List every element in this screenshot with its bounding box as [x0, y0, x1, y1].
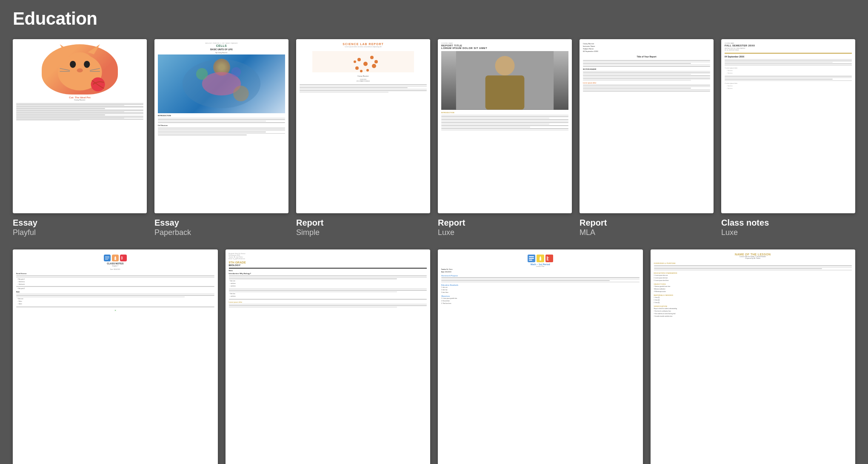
- template-thumbnail-report-luxe[interactable]: COURSE NAME REPORT TITLELOREM IPSUM DOLO…: [438, 39, 572, 213]
- svg-rect-44: [529, 260, 532, 261]
- svg-point-4: [70, 61, 76, 68]
- svg-rect-42: [529, 256, 534, 257]
- svg-point-14: [196, 68, 208, 80]
- svg-point-5: [84, 61, 90, 68]
- svg-rect-35: [114, 258, 116, 260]
- template-thumbnail-report-simple[interactable]: SCIENCE LAB REPORT Lorem ipsum dolor sit…: [296, 39, 430, 213]
- template-thumbnail-essay-paperback[interactable]: BIOLOGY PERIOD 1 / BY CASEY PARKER CELLS…: [154, 39, 288, 213]
- svg-point-23: [374, 60, 378, 63]
- svg-marker-3: [88, 44, 100, 54]
- svg-point-18: [363, 62, 368, 66]
- templates-row-1: Cat: The Ideal Pet Casey Baumer: [13, 39, 855, 238]
- svg-point-24: [360, 70, 363, 72]
- template-thumbnail-report-mla[interactable]: Casey Baumer Instructor Name Subject Nam…: [580, 39, 714, 213]
- svg-rect-36: [120, 255, 126, 261]
- template-name: Essay: [154, 218, 288, 228]
- template-name: Report: [438, 218, 572, 228]
- template-subtype: Playful: [13, 228, 147, 238]
- template-lesson-plan-playful[interactable]: Math – 1st Period Lesson Plan Teacher Ms…: [438, 249, 643, 464]
- template-class-notes-luxe[interactable]: COURSE NAME FALL SEMESTER 20XX INSTRUCTO…: [721, 39, 855, 238]
- template-subtype: Paperback: [154, 228, 288, 238]
- svg-point-21: [372, 64, 376, 68]
- template-report-simple[interactable]: SCIENCE LAB REPORT Lorem ipsum dolor sit…: [296, 39, 430, 238]
- template-thumbnail-class-notes-luxe[interactable]: COURSE NAME FALL SEMESTER 20XX INSTRUCTO…: [721, 39, 855, 213]
- svg-point-17: [357, 58, 361, 61]
- template-report-luxe[interactable]: COURSE NAME REPORT TITLELOREM IPSUM DOLO…: [438, 39, 572, 238]
- template-subtype: Simple: [296, 228, 430, 238]
- svg-point-6: [77, 69, 83, 72]
- svg-rect-48: [545, 255, 553, 262]
- template-subtype: MLA: [580, 228, 714, 238]
- svg-rect-28: [485, 75, 525, 109]
- template-lesson-plan-simple[interactable]: NAME OF THE LESSON Lesson Plan for Grade…: [651, 249, 856, 464]
- template-class-notes-playful[interactable]: Class Notes Grade 7 Date: 09/04/20XX Soc…: [13, 249, 218, 464]
- svg-point-19: [370, 56, 374, 59]
- template-name: Class notes: [721, 218, 855, 228]
- template-thumbnail-essay-playful[interactable]: Cat: The Ideal Pet Casey Baumer: [13, 39, 147, 213]
- svg-point-25: [354, 60, 356, 63]
- templates-row-2: Class Notes Grade 7 Date: 09/04/20XX Soc…: [13, 249, 855, 464]
- template-thumbnail-lesson-plan-simple[interactable]: NAME OF THE LESSON Lesson Plan for Grade…: [651, 249, 856, 464]
- template-name: Report: [296, 218, 430, 228]
- template-name: Report: [580, 218, 714, 228]
- template-report-mla[interactable]: Casey Baumer Instructor Name Subject Nam…: [580, 39, 714, 238]
- template-thumbnail-lesson-plan-playful[interactable]: Math – 1st Period Lesson Plan Teacher Ms…: [438, 249, 643, 464]
- template-thumbnail-class-notes-paperback[interactable]: Brookside School for Science Fall Semest…: [226, 249, 431, 464]
- svg-rect-43: [529, 258, 534, 259]
- page-title: Education: [13, 9, 855, 29]
- svg-point-20: [355, 66, 359, 70]
- template-essay-paperback[interactable]: BIOLOGY PERIOD 1 / BY CASEY PARKER CELLS…: [154, 39, 288, 238]
- svg-point-15: [233, 86, 249, 101]
- svg-rect-47: [540, 258, 541, 261]
- template-name: Essay: [13, 218, 147, 228]
- svg-point-16: [231, 67, 241, 77]
- svg-point-22: [366, 69, 369, 72]
- template-thumbnail-class-notes-playful[interactable]: Class Notes Grade 7 Date: 09/04/20XX Soc…: [13, 249, 218, 464]
- template-class-notes-paperback[interactable]: Brookside School for Science Fall Semest…: [226, 249, 431, 464]
- template-subtype: Luxe: [438, 228, 572, 238]
- template-essay-playful[interactable]: Cat: The Ideal Pet Casey Baumer: [13, 39, 147, 238]
- template-subtype: Luxe: [721, 228, 855, 238]
- svg-point-27: [495, 56, 515, 75]
- svg-marker-2: [60, 44, 71, 54]
